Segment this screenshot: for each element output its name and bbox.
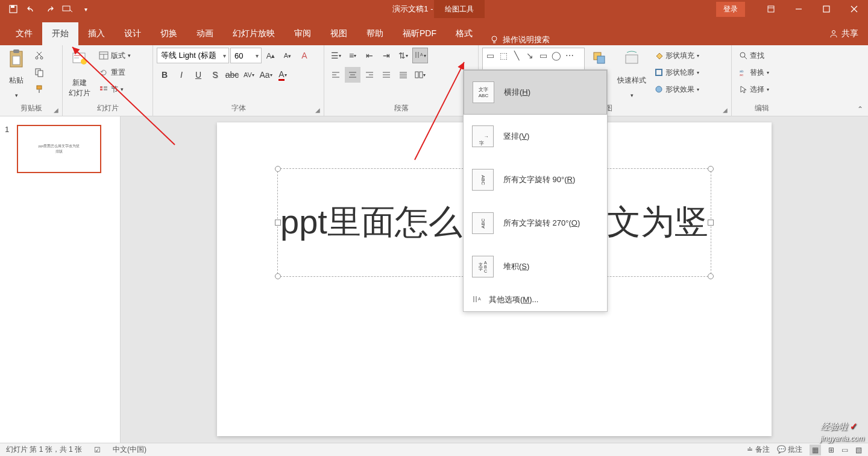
increase-indent-button[interactable]: ⇥ xyxy=(379,48,394,63)
font-size-select[interactable]: 60 xyxy=(230,48,262,63)
undo-button[interactable] xyxy=(23,1,40,17)
font-color-button[interactable]: A▾ xyxy=(275,67,291,83)
tab-insert[interactable]: 插入 xyxy=(78,22,115,45)
svg-text:ac: ac xyxy=(740,73,743,77)
text-direction-stacked[interactable]: 文字ABC 堆积(S) xyxy=(464,245,607,288)
login-button[interactable]: 登录 xyxy=(716,2,745,17)
slide-sorter-view-button[interactable]: ⊞ xyxy=(828,446,834,454)
close-button[interactable] xyxy=(840,0,868,18)
resize-handle-nw[interactable] xyxy=(275,166,281,172)
tab-design[interactable]: 设计 xyxy=(115,22,151,45)
strikethrough-button[interactable]: abc xyxy=(224,67,240,83)
svg-point-12 xyxy=(832,31,835,34)
ribbon: 粘贴 ▾ 剪贴板 ◢ 新建 幻灯片 版式▾ 重置 节▾ 幻灯片 xyxy=(0,45,868,116)
cut-button[interactable] xyxy=(31,48,47,63)
language-indicator[interactable]: 中文(中国) xyxy=(113,445,146,455)
change-case-button[interactable]: Aa▾ xyxy=(258,67,274,83)
ribbon-display-options[interactable] xyxy=(757,0,785,18)
slideshow-view-button[interactable]: ▧ xyxy=(855,446,862,454)
font-launcher[interactable]: ◢ xyxy=(313,106,322,114)
qat-customize-button[interactable]: ▾ xyxy=(77,1,94,17)
svg-rect-6 xyxy=(823,6,829,12)
numbering-button[interactable]: ≡▾ xyxy=(345,48,360,63)
tab-slideshow[interactable]: 幻灯片放映 xyxy=(223,22,285,45)
copy-button[interactable] xyxy=(31,65,47,80)
clear-formatting-button[interactable]: A xyxy=(297,48,312,63)
normal-view-button[interactable]: ▦ xyxy=(810,445,821,455)
maximize-button[interactable] xyxy=(813,0,840,18)
text-direction-rotate90[interactable]: ABC 所有文字旋转 90°(R) xyxy=(464,158,607,201)
text-direction-vertical[interactable]: 字→ 竖排(V) xyxy=(464,115,607,158)
section-button[interactable]: 节▾ xyxy=(95,81,134,97)
columns-button[interactable]: ▾ xyxy=(412,67,428,83)
quick-styles-button[interactable]: 快速样式▾ xyxy=(615,48,649,100)
text-direction-button[interactable]: A▾ xyxy=(412,48,428,63)
svg-point-61 xyxy=(740,52,745,57)
svg-rect-2 xyxy=(63,6,70,11)
notes-button[interactable]: ≐ 备注 xyxy=(747,445,769,455)
align-left-button[interactable] xyxy=(328,67,344,83)
tab-help[interactable]: 帮助 xyxy=(357,22,393,45)
share-button[interactable]: 共享 xyxy=(820,22,868,45)
resize-handle-w[interactable] xyxy=(275,220,281,226)
arrow-shape-icon: ↘ xyxy=(524,49,536,62)
decrease-indent-button[interactable]: ⇤ xyxy=(362,48,377,63)
tab-file[interactable]: 文件 xyxy=(6,22,42,45)
start-from-beginning-button[interactable] xyxy=(59,1,76,17)
find-button[interactable]: 查找 xyxy=(735,48,773,63)
svg-rect-59 xyxy=(656,69,662,75)
tab-foxitpdf[interactable]: 福昕PDF xyxy=(393,22,446,45)
font-family-select[interactable]: 等线 Light (标题 xyxy=(157,48,229,63)
underline-button[interactable]: U xyxy=(190,67,206,83)
reset-button[interactable]: 重置 xyxy=(95,65,134,80)
align-center-button[interactable] xyxy=(345,67,360,83)
resize-handle-sw[interactable] xyxy=(275,273,281,279)
bullets-button[interactable]: ☰▾ xyxy=(328,48,344,63)
resize-handle-e[interactable] xyxy=(708,220,714,226)
tell-me-search[interactable]: 操作说明搜索 xyxy=(489,34,550,45)
search-icon xyxy=(739,51,747,60)
bold-button[interactable]: B xyxy=(157,67,172,83)
shape-outline-button[interactable]: 形状轮廓▾ xyxy=(651,65,703,80)
tab-format[interactable]: 格式 xyxy=(446,22,482,45)
clipboard-launcher[interactable]: ◢ xyxy=(52,106,60,114)
char-spacing-button[interactable]: AV▾ xyxy=(241,67,257,83)
minimize-button[interactable] xyxy=(785,0,813,18)
align-right-button[interactable] xyxy=(362,67,377,83)
paste-button[interactable]: 粘贴 ▾ xyxy=(4,48,29,100)
text-direction-more-options[interactable]: A 其他选项(M)... xyxy=(464,288,607,311)
line-spacing-button[interactable]: ⇅▾ xyxy=(395,48,411,63)
text-direction-more-icon: A xyxy=(472,295,482,305)
resize-handle-ne[interactable] xyxy=(708,166,714,172)
text-direction-rotate270[interactable]: ABC 所有文字旋转 270°(O) xyxy=(464,201,607,245)
justify-button[interactable] xyxy=(379,67,394,83)
replace-button[interactable]: abac替换▾ xyxy=(735,65,773,80)
select-button[interactable]: 选择▾ xyxy=(735,81,773,97)
svg-text:A: A xyxy=(478,297,481,301)
tab-transitions[interactable]: 切换 xyxy=(151,22,187,45)
distributed-button[interactable] xyxy=(395,67,411,83)
resize-handle-se[interactable] xyxy=(708,273,714,279)
new-slide-button[interactable]: 新建 幻灯片 xyxy=(66,48,93,100)
text-direction-horizontal[interactable]: 文字ABC 横排(H) xyxy=(464,70,607,115)
drawing-launcher[interactable]: ◢ xyxy=(721,106,729,114)
italic-button[interactable]: I xyxy=(174,67,189,83)
format-painter-button[interactable] xyxy=(31,81,47,97)
tab-view[interactable]: 视图 xyxy=(321,22,357,45)
tab-review[interactable]: 审阅 xyxy=(285,22,321,45)
shape-fill-button[interactable]: 形状填充▾ xyxy=(651,48,703,63)
decrease-font-button[interactable]: A▾ xyxy=(280,48,295,63)
redo-button[interactable] xyxy=(41,1,58,17)
tab-animations[interactable]: 动画 xyxy=(187,22,223,45)
shape-effects-button[interactable]: 形状效果▾ xyxy=(651,81,703,97)
increase-font-button[interactable]: A▴ xyxy=(263,48,278,63)
layout-button[interactable]: 版式▾ xyxy=(95,48,134,63)
save-button[interactable] xyxy=(5,1,22,17)
collapse-ribbon-button[interactable]: ⌃ xyxy=(857,105,863,113)
thumbnail-1[interactable]: 1 ppt里面怎么将文字改为竖 排版 xyxy=(0,122,120,176)
comments-button[interactable]: 💬 批注 xyxy=(777,445,802,455)
spellcheck-icon[interactable]: ☑ xyxy=(94,446,101,454)
reading-view-button[interactable]: ▭ xyxy=(841,446,848,454)
tab-home[interactable]: 开始 xyxy=(42,22,78,45)
shadow-button[interactable]: S xyxy=(207,67,223,83)
